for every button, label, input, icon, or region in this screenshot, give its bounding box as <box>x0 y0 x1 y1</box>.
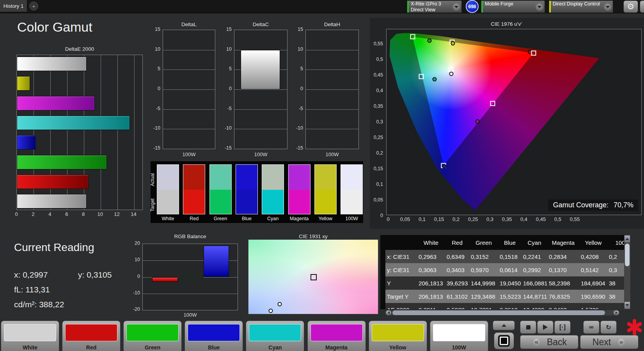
rgb-balance-plot <box>142 244 238 310</box>
swatch-actual-cyan <box>262 165 284 190</box>
add-tab-button[interactable]: + <box>29 2 38 11</box>
chevron-down-icon[interactable] <box>604 3 612 11</box>
cie1976-green-measured <box>428 38 432 43</box>
table-header-corner <box>380 235 417 250</box>
infinity-button[interactable]: ∞ <box>583 321 600 334</box>
scroll-up-arrow[interactable] <box>624 235 630 243</box>
deltae2000-xaxis: 02468101214 <box>16 211 143 217</box>
pattern-button-100w[interactable]: 100W <box>430 321 488 351</box>
table-hscrollbar[interactable] <box>385 310 619 315</box>
y-tick-label: 0,05 <box>371 197 383 203</box>
y-tick-label: 0,35 <box>371 103 383 109</box>
hscroll-thumb[interactable] <box>392 310 605 315</box>
y-tick-label: 15 <box>149 27 160 32</box>
gridline <box>306 89 358 90</box>
table-vscrollbar[interactable] <box>624 235 630 309</box>
rgb-balance-title: RGB Balance <box>142 233 238 239</box>
deltaC-title: DeltaC <box>234 21 287 27</box>
back-label: Back <box>547 337 567 347</box>
cie1976-white-measured <box>449 71 453 76</box>
display-control-dropdown[interactable]: Direct Display Control <box>549 0 613 13</box>
deltaC-ylabels: 151050-5-10-15 <box>220 30 232 149</box>
swatch-yellow <box>314 164 337 214</box>
chevron-down-icon[interactable] <box>536 3 543 11</box>
rgb-bar-blue <box>204 246 229 277</box>
vscroll-thumb[interactable] <box>625 244 630 266</box>
y-tick-label: 15 <box>220 27 232 32</box>
deltaC-xlabel: 100W <box>234 151 287 157</box>
pattern-label: Yellow <box>369 344 427 351</box>
reading-fl: fL: 113,31 <box>14 285 50 294</box>
cie1976-panel: CIE 1976 u'v' Gamut Coverage: 70,7% 0,55… <box>370 18 644 229</box>
pattern-swatch-red <box>65 324 117 341</box>
cie1931-measured-point-2 <box>269 309 273 313</box>
y-tick-label: -15 <box>291 145 303 151</box>
next-button[interactable]: Next » <box>580 335 639 349</box>
table-value: 0,3 <box>607 263 624 276</box>
x-tick-label: 8 <box>79 211 88 217</box>
deltae-bar-white <box>17 194 87 208</box>
step-button[interactable]: [·] <box>554 321 571 334</box>
y-tick-label: 0 <box>220 86 232 91</box>
table-value: 0,2834 <box>547 250 579 263</box>
table-value: 2,2610 <box>498 303 522 309</box>
collapse-up-button[interactable] <box>493 321 515 330</box>
meter-name: X-Rite i1Pro 3 <box>411 1 451 7</box>
pattern-button-magenta[interactable]: Magenta <box>307 321 366 351</box>
play-button[interactable] <box>537 321 554 334</box>
pattern-button-cyan[interactable]: Cyan <box>246 321 304 351</box>
pattern-label: Green <box>124 344 181 351</box>
stop-button[interactable] <box>520 321 536 334</box>
column-header-magenta: Magenta <box>547 235 579 250</box>
pattern-button-red[interactable]: Red <box>62 321 121 351</box>
table-value: 10,7381 <box>469 303 498 309</box>
gridline <box>306 109 358 110</box>
pattern-window-button[interactable] <box>494 332 514 349</box>
swatch-actual-green <box>210 165 231 190</box>
cie1976-cyan-target <box>419 74 424 79</box>
gear-icon[interactable]: ⚙ <box>623 0 638 13</box>
partial-button[interactable] <box>640 0 644 13</box>
table-row: ΔE 20008,38118,593810,73812,261013,48809… <box>380 303 624 309</box>
x-tick-label: 2 <box>28 211 38 217</box>
pattern-button-green[interactable]: Green <box>123 321 182 351</box>
swatch-100w <box>341 164 363 214</box>
column-header-red: Red <box>445 235 469 250</box>
scroll-down-arrow[interactable] <box>624 301 630 309</box>
scroll-left-arrow[interactable] <box>385 310 392 315</box>
refresh-button[interactable]: ↻ <box>600 321 617 334</box>
swatch-white <box>157 164 179 214</box>
pattern-button-white[interactable]: White <box>1 321 59 351</box>
pattern-swatch-yellow <box>372 324 424 341</box>
table-value <box>607 303 624 309</box>
x-tick-label: 0,45 <box>533 216 549 222</box>
y-tick-label: -10 <box>220 125 232 131</box>
tab-history[interactable]: History 1 <box>0 0 27 12</box>
column-header-blue: Blue <box>498 235 522 250</box>
table-value: 19,0450 <box>498 276 522 290</box>
page-title: Color Gamut <box>17 20 92 35</box>
table-value: 0,5142 <box>579 263 607 276</box>
back-button[interactable]: « Back <box>520 335 578 349</box>
workflow-dropdown[interactable]: Mobile Forge <box>481 0 545 13</box>
x-tick-label: 0 <box>380 216 396 222</box>
cie1976-magenta-measured <box>475 119 480 124</box>
cie1976-plot: Gamut Coverage: 70,7% <box>386 29 642 215</box>
cie1976-xlabels: 00,050,10,150,20,250,30,350,40,450,50,55 <box>386 216 642 223</box>
pattern-button-blue[interactable]: Blue <box>185 321 243 351</box>
rgb-balance-xlabel: 100W <box>142 312 238 318</box>
x-tick-label: 0,1 <box>414 216 430 222</box>
step-icon: [·] <box>559 324 566 331</box>
pattern-button-yellow[interactable]: Yellow <box>369 321 427 351</box>
scroll-right-arrow[interactable] <box>613 310 619 315</box>
chevron-down-icon[interactable] <box>452 3 460 11</box>
meter-dropdown[interactable]: X-Rite i1Pro 3 Direct View <box>407 0 462 13</box>
swatch-actual-white <box>157 165 179 190</box>
y-tick-label: -15 <box>149 145 160 151</box>
swatch-row-label-target: Target <box>150 198 155 211</box>
x-tick-label: 14 <box>129 211 138 217</box>
deltaH-ylabels: 151050-5-10-15 <box>291 30 304 149</box>
deltae-bar-green <box>17 155 107 169</box>
swatch-target-magenta <box>289 190 310 214</box>
gridline <box>143 294 238 294</box>
